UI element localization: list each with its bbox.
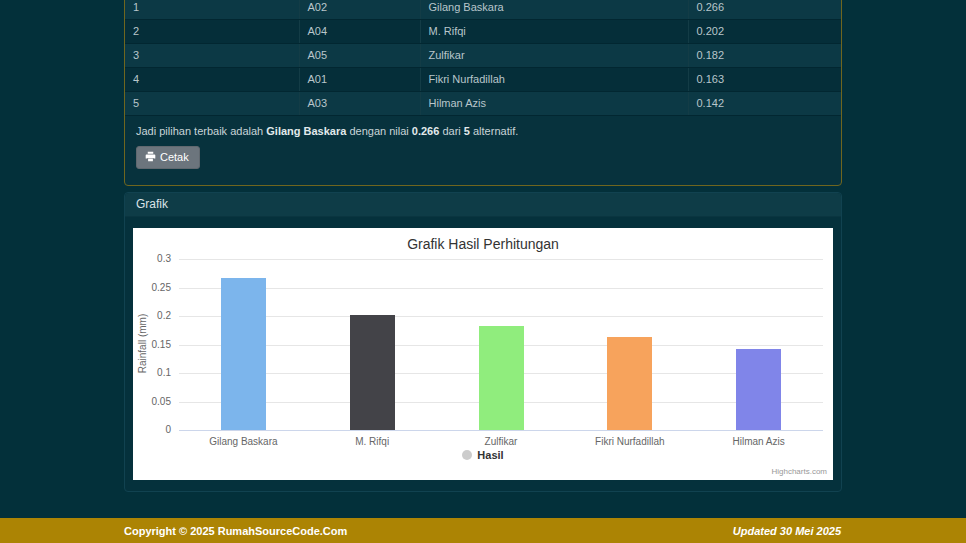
cell-value: 0.266 — [688, 0, 841, 19]
chart-panel-title: Grafik — [136, 197, 168, 211]
chart-bar[interactable] — [350, 315, 395, 430]
footer-copyright: Copyright © 2025 RumahSourceCode.Com — [124, 525, 347, 537]
chart-legend[interactable]: Hasil — [133, 449, 833, 461]
footer: Copyright © 2025 RumahSourceCode.Com Upd… — [0, 518, 966, 543]
cell-code: A05 — [299, 43, 420, 67]
y-axis-tick-label: 0.2 — [137, 310, 171, 321]
chart-bar[interactable] — [221, 278, 266, 430]
gridline — [179, 259, 823, 260]
cell-value: 0.202 — [688, 19, 841, 43]
cell-rank: 4 — [125, 67, 299, 91]
results-table-body: 1A02Gilang Baskara0.2662A04M. Rifqi0.202… — [125, 0, 841, 115]
cell-value: 0.142 — [688, 91, 841, 115]
print-button[interactable]: Cetak — [136, 146, 200, 169]
cell-name: Zulfikar — [420, 43, 688, 67]
results-panel: 1A02Gilang Baskara0.2662A04M. Rifqi0.202… — [124, 0, 842, 186]
x-axis-label: Hilman Azis — [699, 436, 819, 447]
y-axis-tick-label: 0.1 — [137, 367, 171, 378]
y-axis-tick-label: 0.05 — [137, 396, 171, 407]
legend-marker-icon — [462, 450, 472, 460]
x-axis-label: Fikri Nurfadillah — [570, 436, 690, 447]
cell-rank: 2 — [125, 19, 299, 43]
best-alternative-value: 0.266 — [412, 125, 440, 137]
chart-panel-header: Grafik — [125, 193, 841, 217]
results-panel-body: Jadi pilihan terbaik adalah Gilang Baska… — [125, 116, 841, 185]
table-row: 4A01Fikri Nurfadillah0.163 — [125, 67, 841, 91]
gridline — [179, 316, 823, 317]
x-axis-label: M. Rifqi — [312, 436, 432, 447]
x-axis-label: Gilang Baskara — [183, 436, 303, 447]
chart-bar[interactable] — [479, 326, 524, 430]
printer-icon — [145, 151, 156, 162]
x-axis-label: Zulfikar — [441, 436, 561, 447]
cell-name: Hilman Azis — [420, 91, 688, 115]
chart-bar[interactable] — [736, 349, 781, 430]
x-axis-line — [179, 430, 823, 431]
chart-title: Grafik Hasil Perhitungan — [133, 236, 833, 252]
table-row: 5A03Hilman Azis0.142 — [125, 91, 841, 115]
cell-code: A01 — [299, 67, 420, 91]
chart-panel: Grafik Grafik Hasil Perhitungan Rainfall… — [124, 192, 842, 492]
cell-name: Fikri Nurfadillah — [420, 67, 688, 91]
cell-code: A03 — [299, 91, 420, 115]
print-button-label: Cetak — [160, 150, 189, 164]
bar-chart: Grafik Hasil Perhitungan Rainfall (mm) 0… — [133, 228, 833, 480]
conclusion-suffix: alternatif. — [470, 125, 518, 137]
conclusion-prefix: Jadi pilihan terbaik adalah — [136, 125, 266, 137]
y-axis-tick-label: 0.3 — [137, 253, 171, 264]
results-table: 1A02Gilang Baskara0.2662A04M. Rifqi0.202… — [125, 0, 841, 116]
conclusion-middle2: dari — [439, 125, 463, 137]
highcharts-credits-link[interactable]: Highcharts.com — [771, 467, 827, 476]
chart-bar[interactable] — [607, 337, 652, 430]
chart-panel-body: Grafik Hasil Perhitungan Rainfall (mm) 0… — [125, 217, 841, 491]
footer-updated: Updated 30 Mei 2025 — [733, 525, 841, 537]
cell-value: 0.163 — [688, 67, 841, 91]
cell-rank: 3 — [125, 43, 299, 67]
table-row: 2A04M. Rifqi0.202 — [125, 19, 841, 43]
cell-name: M. Rifqi — [420, 19, 688, 43]
y-axis-tick-label: 0 — [137, 424, 171, 435]
table-row: 1A02Gilang Baskara0.266 — [125, 0, 841, 19]
table-row: 3A05Zulfikar0.182 — [125, 43, 841, 67]
conclusion-text: Jadi pilihan terbaik adalah Gilang Baska… — [136, 125, 830, 137]
cell-name: Gilang Baskara — [420, 0, 688, 19]
cell-value: 0.182 — [688, 43, 841, 67]
cell-code: A04 — [299, 19, 420, 43]
conclusion-middle1: dengan nilai — [346, 125, 411, 137]
cell-rank: 1 — [125, 0, 299, 19]
best-alternative-name: Gilang Baskara — [266, 125, 346, 137]
y-axis-tick-label: 0.25 — [137, 282, 171, 293]
y-axis-tick-label: 0.15 — [137, 339, 171, 350]
gridline — [179, 288, 823, 289]
cell-rank: 5 — [125, 91, 299, 115]
legend-label: Hasil — [477, 449, 503, 461]
cell-code: A02 — [299, 0, 420, 19]
